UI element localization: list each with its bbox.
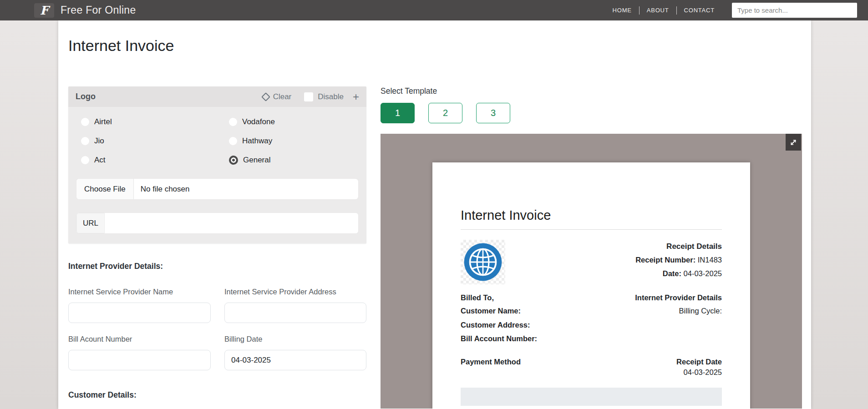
file-upload-bar: Choose File No file chosen bbox=[76, 179, 358, 199]
main-card: Internet Invoice Logo Clear Disable + bbox=[58, 20, 811, 409]
nav-link-contact[interactable]: CONTACT bbox=[684, 7, 715, 14]
radio-act[interactable]: Act bbox=[68, 152, 216, 168]
isp-name-input[interactable] bbox=[68, 303, 211, 323]
clear-button[interactable]: Clear bbox=[263, 92, 292, 101]
radio-circle-selected[interactable] bbox=[229, 156, 238, 165]
nav-links: HOME ABOUT CONTACT bbox=[613, 6, 715, 15]
nav-link-home[interactable]: HOME bbox=[613, 7, 632, 14]
logo-panel: Logo Clear Disable + Airtel bbox=[68, 86, 366, 243]
brand-logo-icon[interactable]: F bbox=[34, 3, 54, 18]
fullscreen-expand-button[interactable] bbox=[786, 134, 801, 151]
customer-address-label: Customer Address: bbox=[461, 321, 530, 329]
preview-column: Select Template 1 2 3 bbox=[381, 86, 802, 409]
billed-to-heading: Billed To, bbox=[461, 293, 494, 302]
receipt-date-value: 04-03-2025 bbox=[461, 368, 722, 377]
radio-label: Hathway bbox=[242, 136, 272, 146]
bill-account-label: Bill Acount Number bbox=[68, 335, 211, 343]
invoice-document: Internet Invoice bbox=[432, 162, 750, 409]
receipt-date-label: Receipt Date bbox=[676, 358, 722, 366]
template-button-1[interactable]: 1 bbox=[381, 103, 415, 123]
nav-divider bbox=[639, 6, 640, 15]
radio-general[interactable]: General bbox=[216, 152, 366, 168]
provider-details-heading-invoice: Internet Provider Details bbox=[635, 293, 722, 302]
bill-account-input[interactable] bbox=[68, 350, 211, 370]
receipt-date-row: Date: 04-03-2025 bbox=[635, 267, 722, 280]
field-isp-name: Internet Service Provider Name bbox=[68, 288, 211, 323]
invoice-title: Internet Invoice bbox=[461, 208, 722, 230]
logo-panel-header: Logo Clear Disable + bbox=[68, 86, 366, 107]
receipt-number-label: Receipt Number: bbox=[635, 256, 695, 264]
nav-link-about[interactable]: ABOUT bbox=[647, 7, 669, 14]
billing-date-input[interactable] bbox=[224, 350, 366, 370]
receipt-details-block: Receipt Details Receipt Number: IN1483 D… bbox=[635, 240, 722, 280]
date-label: Date: bbox=[663, 269, 681, 278]
billing-cycle-label: Billing Cycle: bbox=[679, 304, 722, 318]
invoice-table-header-bar bbox=[461, 388, 722, 406]
field-bill-account: Bill Acount Number bbox=[68, 335, 211, 370]
field-billing-date: Billing Date bbox=[224, 335, 366, 370]
template-button-3[interactable]: 3 bbox=[476, 103, 510, 123]
receipt-details-heading: Receipt Details bbox=[635, 240, 722, 253]
disable-checkbox[interactable] bbox=[304, 92, 313, 101]
provider-form-grid: Internet Service Provider Name Internet … bbox=[68, 288, 366, 370]
bill-account-number-label: Bill Account Number: bbox=[461, 334, 537, 343]
radio-hathway[interactable]: Hathway bbox=[216, 133, 366, 149]
form-column: Logo Clear Disable + Airtel bbox=[68, 86, 366, 400]
radio-label: Airtel bbox=[94, 117, 112, 126]
url-label: URL bbox=[76, 213, 105, 233]
expand-arrows-icon bbox=[788, 137, 798, 147]
nav-divider bbox=[676, 6, 677, 15]
logo-panel-title: Logo bbox=[76, 92, 96, 101]
receipt-number-value: IN1483 bbox=[698, 256, 722, 264]
date-value: 04-03-2025 bbox=[684, 269, 722, 278]
clear-label: Clear bbox=[273, 92, 292, 101]
radio-jio[interactable]: Jio bbox=[68, 133, 216, 149]
brand-name[interactable]: Free For Online bbox=[61, 4, 136, 16]
customer-name-label: Customer Name: bbox=[461, 304, 521, 318]
provider-details-heading: Internet Provider Details: bbox=[68, 262, 366, 271]
globe-icon bbox=[462, 241, 504, 283]
radio-circle[interactable] bbox=[81, 156, 89, 164]
isp-address-label: Internet Service Provider Address bbox=[224, 288, 366, 296]
billing-date-label: Billing Date bbox=[224, 335, 366, 343]
radio-circle[interactable] bbox=[81, 137, 89, 145]
radio-airtel[interactable]: Airtel bbox=[68, 114, 216, 130]
plus-icon[interactable]: + bbox=[353, 91, 359, 102]
radio-circle[interactable] bbox=[229, 137, 237, 145]
radio-vodafone[interactable]: Vodafone bbox=[216, 114, 366, 130]
template-buttons: 1 2 3 bbox=[381, 103, 802, 123]
url-input[interactable] bbox=[105, 213, 358, 233]
disable-control: Disable bbox=[304, 92, 344, 101]
file-status-text: No file chosen bbox=[141, 185, 190, 194]
isp-name-label: Internet Service Provider Name bbox=[68, 288, 211, 296]
customer-details-heading: Customer Details: bbox=[68, 390, 366, 400]
field-isp-address: Internet Service Provider Address bbox=[224, 288, 366, 323]
radio-label: General bbox=[243, 156, 270, 165]
disable-label: Disable bbox=[318, 92, 344, 101]
select-template-label: Select Template bbox=[381, 86, 802, 96]
isp-address-input[interactable] bbox=[224, 303, 366, 323]
choose-file-button[interactable]: Choose File bbox=[76, 179, 134, 199]
invoice-preview-panel: Internet Invoice bbox=[381, 134, 802, 409]
receipt-number-row: Receipt Number: IN1483 bbox=[635, 253, 722, 267]
payment-method-label: Payment Method bbox=[461, 358, 521, 366]
radio-label: Act bbox=[94, 156, 106, 165]
radio-circle[interactable] bbox=[229, 118, 237, 126]
brand-logo-letter: F bbox=[40, 4, 48, 17]
radio-label: Jio bbox=[94, 136, 104, 146]
template-button-2[interactable]: 2 bbox=[428, 103, 462, 123]
radio-label: Vodafone bbox=[242, 117, 275, 126]
provider-radio-group: Airtel Vodafone Jio Hathway bbox=[68, 107, 366, 172]
top-navbar: F Free For Online HOME ABOUT CONTACT bbox=[0, 0, 868, 20]
search-input[interactable] bbox=[732, 3, 857, 18]
url-bar: URL bbox=[76, 213, 358, 233]
invoice-logo-box bbox=[461, 240, 505, 284]
eraser-icon bbox=[261, 92, 270, 101]
page-title: Internet Invoice bbox=[68, 37, 802, 55]
radio-circle[interactable] bbox=[81, 118, 89, 126]
